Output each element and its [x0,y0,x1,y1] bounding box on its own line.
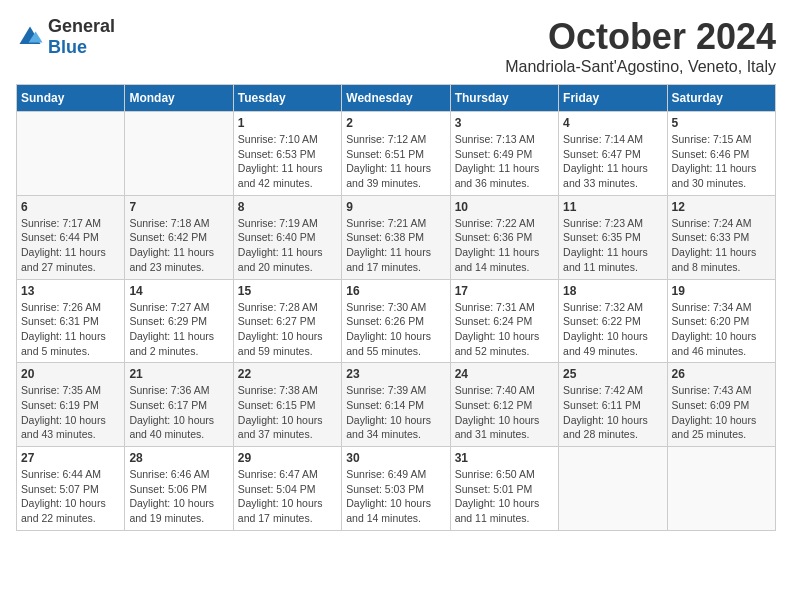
weekday-header-sunday: Sunday [17,85,125,112]
day-info: Sunrise: 7:26 AM Sunset: 6:31 PM Dayligh… [21,300,120,359]
calendar-cell: 8Sunrise: 7:19 AM Sunset: 6:40 PM Daylig… [233,195,341,279]
day-info: Sunrise: 7:19 AM Sunset: 6:40 PM Dayligh… [238,216,337,275]
day-number: 21 [129,367,228,381]
calendar-cell: 15Sunrise: 7:28 AM Sunset: 6:27 PM Dayli… [233,279,341,363]
calendar-cell: 6Sunrise: 7:17 AM Sunset: 6:44 PM Daylig… [17,195,125,279]
day-number: 14 [129,284,228,298]
calendar-cell: 21Sunrise: 7:36 AM Sunset: 6:17 PM Dayli… [125,363,233,447]
day-number: 27 [21,451,120,465]
calendar-cell: 9Sunrise: 7:21 AM Sunset: 6:38 PM Daylig… [342,195,450,279]
day-number: 31 [455,451,554,465]
day-info: Sunrise: 7:14 AM Sunset: 6:47 PM Dayligh… [563,132,662,191]
calendar-cell: 23Sunrise: 7:39 AM Sunset: 6:14 PM Dayli… [342,363,450,447]
day-info: Sunrise: 7:43 AM Sunset: 6:09 PM Dayligh… [672,383,771,442]
calendar-cell [125,112,233,196]
month-title: October 2024 [505,16,776,58]
day-number: 23 [346,367,445,381]
logo-icon [16,23,44,51]
calendar-cell: 25Sunrise: 7:42 AM Sunset: 6:11 PM Dayli… [559,363,667,447]
day-number: 8 [238,200,337,214]
day-number: 20 [21,367,120,381]
day-info: Sunrise: 7:18 AM Sunset: 6:42 PM Dayligh… [129,216,228,275]
calendar-cell [17,112,125,196]
day-number: 26 [672,367,771,381]
day-number: 22 [238,367,337,381]
calendar-cell: 28Sunrise: 6:46 AM Sunset: 5:06 PM Dayli… [125,447,233,531]
weekday-header-friday: Friday [559,85,667,112]
day-info: Sunrise: 7:15 AM Sunset: 6:46 PM Dayligh… [672,132,771,191]
weekday-header-monday: Monday [125,85,233,112]
day-info: Sunrise: 7:24 AM Sunset: 6:33 PM Dayligh… [672,216,771,275]
calendar-cell: 20Sunrise: 7:35 AM Sunset: 6:19 PM Dayli… [17,363,125,447]
day-number: 25 [563,367,662,381]
calendar-cell: 29Sunrise: 6:47 AM Sunset: 5:04 PM Dayli… [233,447,341,531]
calendar-cell: 18Sunrise: 7:32 AM Sunset: 6:22 PM Dayli… [559,279,667,363]
calendar-cell [559,447,667,531]
day-info: Sunrise: 6:47 AM Sunset: 5:04 PM Dayligh… [238,467,337,526]
day-number: 4 [563,116,662,130]
logo-general: General [48,16,115,36]
day-info: Sunrise: 7:30 AM Sunset: 6:26 PM Dayligh… [346,300,445,359]
day-number: 15 [238,284,337,298]
calendar-cell: 14Sunrise: 7:27 AM Sunset: 6:29 PM Dayli… [125,279,233,363]
logo-text: General Blue [48,16,115,58]
calendar-cell: 17Sunrise: 7:31 AM Sunset: 6:24 PM Dayli… [450,279,558,363]
weekday-header-saturday: Saturday [667,85,775,112]
day-number: 12 [672,200,771,214]
day-info: Sunrise: 7:38 AM Sunset: 6:15 PM Dayligh… [238,383,337,442]
day-info: Sunrise: 7:34 AM Sunset: 6:20 PM Dayligh… [672,300,771,359]
day-info: Sunrise: 6:46 AM Sunset: 5:06 PM Dayligh… [129,467,228,526]
calendar-cell: 10Sunrise: 7:22 AM Sunset: 6:36 PM Dayli… [450,195,558,279]
day-number: 24 [455,367,554,381]
day-info: Sunrise: 7:22 AM Sunset: 6:36 PM Dayligh… [455,216,554,275]
day-number: 13 [21,284,120,298]
day-number: 5 [672,116,771,130]
day-number: 3 [455,116,554,130]
day-info: Sunrise: 7:39 AM Sunset: 6:14 PM Dayligh… [346,383,445,442]
day-number: 28 [129,451,228,465]
calendar-cell: 2Sunrise: 7:12 AM Sunset: 6:51 PM Daylig… [342,112,450,196]
calendar-week-4: 20Sunrise: 7:35 AM Sunset: 6:19 PM Dayli… [17,363,776,447]
calendar-cell [667,447,775,531]
day-info: Sunrise: 7:27 AM Sunset: 6:29 PM Dayligh… [129,300,228,359]
calendar-cell: 22Sunrise: 7:38 AM Sunset: 6:15 PM Dayli… [233,363,341,447]
day-number: 11 [563,200,662,214]
day-info: Sunrise: 7:10 AM Sunset: 6:53 PM Dayligh… [238,132,337,191]
day-info: Sunrise: 7:23 AM Sunset: 6:35 PM Dayligh… [563,216,662,275]
calendar-cell: 4Sunrise: 7:14 AM Sunset: 6:47 PM Daylig… [559,112,667,196]
calendar-cell: 7Sunrise: 7:18 AM Sunset: 6:42 PM Daylig… [125,195,233,279]
calendar-week-1: 1Sunrise: 7:10 AM Sunset: 6:53 PM Daylig… [17,112,776,196]
day-number: 18 [563,284,662,298]
day-info: Sunrise: 7:12 AM Sunset: 6:51 PM Dayligh… [346,132,445,191]
calendar-cell: 12Sunrise: 7:24 AM Sunset: 6:33 PM Dayli… [667,195,775,279]
day-number: 30 [346,451,445,465]
calendar-table: SundayMondayTuesdayWednesdayThursdayFrid… [16,84,776,531]
calendar-cell: 16Sunrise: 7:30 AM Sunset: 6:26 PM Dayli… [342,279,450,363]
day-info: Sunrise: 7:17 AM Sunset: 6:44 PM Dayligh… [21,216,120,275]
day-info: Sunrise: 7:42 AM Sunset: 6:11 PM Dayligh… [563,383,662,442]
day-info: Sunrise: 7:40 AM Sunset: 6:12 PM Dayligh… [455,383,554,442]
calendar-cell: 1Sunrise: 7:10 AM Sunset: 6:53 PM Daylig… [233,112,341,196]
weekday-header-thursday: Thursday [450,85,558,112]
day-info: Sunrise: 7:13 AM Sunset: 6:49 PM Dayligh… [455,132,554,191]
logo: General Blue [16,16,115,58]
calendar-week-2: 6Sunrise: 7:17 AM Sunset: 6:44 PM Daylig… [17,195,776,279]
calendar-week-3: 13Sunrise: 7:26 AM Sunset: 6:31 PM Dayli… [17,279,776,363]
day-number: 19 [672,284,771,298]
calendar-cell: 27Sunrise: 6:44 AM Sunset: 5:07 PM Dayli… [17,447,125,531]
day-info: Sunrise: 7:31 AM Sunset: 6:24 PM Dayligh… [455,300,554,359]
day-number: 16 [346,284,445,298]
day-info: Sunrise: 6:49 AM Sunset: 5:03 PM Dayligh… [346,467,445,526]
calendar-cell: 13Sunrise: 7:26 AM Sunset: 6:31 PM Dayli… [17,279,125,363]
weekday-header-row: SundayMondayTuesdayWednesdayThursdayFrid… [17,85,776,112]
day-number: 17 [455,284,554,298]
day-number: 9 [346,200,445,214]
logo-blue: Blue [48,37,87,57]
day-number: 1 [238,116,337,130]
calendar-cell: 30Sunrise: 6:49 AM Sunset: 5:03 PM Dayli… [342,447,450,531]
day-number: 7 [129,200,228,214]
location-title: Mandriola-Sant'Agostino, Veneto, Italy [505,58,776,76]
day-number: 6 [21,200,120,214]
day-info: Sunrise: 7:35 AM Sunset: 6:19 PM Dayligh… [21,383,120,442]
day-number: 10 [455,200,554,214]
